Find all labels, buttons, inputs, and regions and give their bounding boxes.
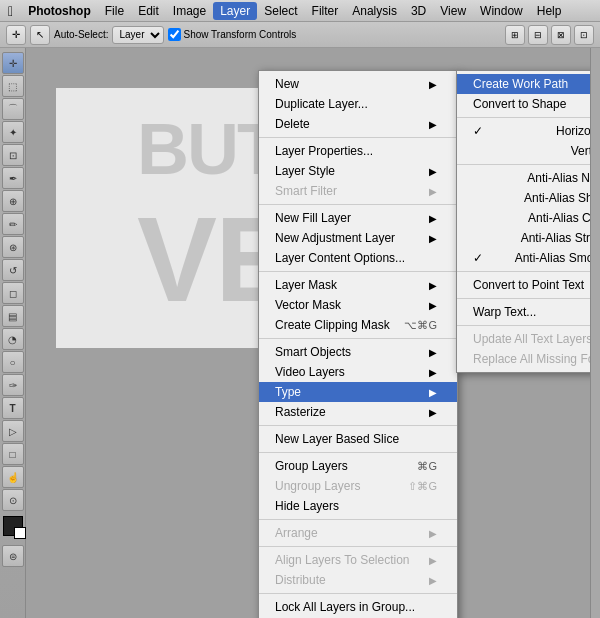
submenu-vertical[interactable]: ✓ Vertical bbox=[457, 141, 590, 161]
menu-separator bbox=[457, 325, 590, 326]
menu-item-layer-content[interactable]: Layer Content Options... bbox=[259, 248, 457, 268]
menubar-window[interactable]: Window bbox=[473, 2, 530, 20]
align-btn-1[interactable]: ⊞ bbox=[505, 25, 525, 45]
arrow-tool-btn[interactable]: ↖ bbox=[30, 25, 50, 45]
align-btn-3[interactable]: ⊠ bbox=[551, 25, 571, 45]
menu-item-hide-layers[interactable]: Hide Layers bbox=[259, 496, 457, 516]
menubar-layer[interactable]: Layer bbox=[213, 2, 257, 20]
show-transform-checkbox[interactable] bbox=[168, 28, 181, 41]
menu-item-new-fill[interactable]: New Fill Layer ▶ bbox=[259, 208, 457, 228]
tool-history[interactable]: ↺ bbox=[2, 259, 24, 281]
submenu-arrow-icon: ▶ bbox=[429, 300, 437, 311]
menu-item-group-layers[interactable]: Group Layers ⌘G bbox=[259, 456, 457, 476]
submenu-arrow-icon: ▶ bbox=[429, 213, 437, 224]
menu-separator bbox=[457, 164, 590, 165]
submenu-warp-text[interactable]: Warp Text... bbox=[457, 302, 590, 322]
menubar-analysis[interactable]: Analysis bbox=[345, 2, 404, 20]
tool-shape[interactable]: □ bbox=[2, 443, 24, 465]
menu-item-layer-style[interactable]: Layer Style ▶ bbox=[259, 161, 457, 181]
canvas-area: BUT I VE New ▶ Duplicate Layer... Delete… bbox=[26, 48, 590, 618]
check-icon: ✓ bbox=[473, 124, 483, 138]
tool-clone[interactable]: ⊛ bbox=[2, 236, 24, 258]
menu-item-rasterize[interactable]: Rasterize ▶ bbox=[259, 402, 457, 422]
menu-separator bbox=[259, 271, 457, 272]
submenu-arrow-icon: ▶ bbox=[429, 233, 437, 244]
submenu-arrow-icon: ▶ bbox=[429, 555, 437, 566]
menu-item-new-adjust[interactable]: New Adjustment Layer ▶ bbox=[259, 228, 457, 248]
submenu-arrow-icon: ▶ bbox=[429, 166, 437, 177]
menu-item-delete[interactable]: Delete ▶ bbox=[259, 114, 457, 134]
menubar:  Photoshop File Edit Image Layer Select… bbox=[0, 0, 600, 22]
menu-item-smart-objects[interactable]: Smart Objects ▶ bbox=[259, 342, 457, 362]
menu-separator bbox=[259, 425, 457, 426]
menu-separator bbox=[259, 546, 457, 547]
submenu-convert-point-text[interactable]: Convert to Point Text bbox=[457, 275, 590, 295]
menu-item-layer-mask[interactable]: Layer Mask ▶ bbox=[259, 275, 457, 295]
tool-crop[interactable]: ⊡ bbox=[2, 144, 24, 166]
tool-pen[interactable]: ✑ bbox=[2, 374, 24, 396]
menu-separator bbox=[259, 452, 457, 453]
menubar-file[interactable]: File bbox=[98, 2, 131, 20]
foreground-color[interactable] bbox=[3, 516, 23, 536]
align-btn-2[interactable]: ⊟ bbox=[528, 25, 548, 45]
tool-blur[interactable]: ◔ bbox=[2, 328, 24, 350]
submenu-antialias-crisp[interactable]: ✓ Anti-Alias Crisp bbox=[457, 208, 590, 228]
menu-item-duplicate[interactable]: Duplicate Layer... bbox=[259, 94, 457, 114]
toolbar: ✛ ↖ Auto-Select: Layer Show Transform Co… bbox=[0, 22, 600, 48]
tool-zoom[interactable]: ⊙ bbox=[2, 489, 24, 511]
tool-eraser[interactable]: ◻ bbox=[2, 282, 24, 304]
align-btn-4[interactable]: ⊡ bbox=[574, 25, 594, 45]
menubar-photoshop[interactable]: Photoshop bbox=[21, 2, 98, 20]
tool-text[interactable]: T bbox=[2, 397, 24, 419]
submenu-arrow-icon: ▶ bbox=[429, 119, 437, 130]
tool-hand[interactable]: ☝ bbox=[2, 466, 24, 488]
tool-brush[interactable]: ✏ bbox=[2, 213, 24, 235]
tool-eyedropper[interactable]: ✒ bbox=[2, 167, 24, 189]
submenu-arrow-icon: ▶ bbox=[429, 280, 437, 291]
menu-item-new[interactable]: New ▶ bbox=[259, 74, 457, 94]
menu-item-clipping-mask[interactable]: Create Clipping Mask ⌥⌘G bbox=[259, 315, 457, 335]
menu-separator bbox=[259, 137, 457, 138]
tool-healing[interactable]: ⊕ bbox=[2, 190, 24, 212]
submenu-create-work-path[interactable]: Create Work Path bbox=[457, 74, 590, 94]
submenu-replace-missing-fonts: Replace All Missing Fonts bbox=[457, 349, 590, 369]
submenu-arrow-icon: ▶ bbox=[429, 407, 437, 418]
tool-marquee[interactable]: ⬚ bbox=[2, 75, 24, 97]
menu-item-vector-mask[interactable]: Vector Mask ▶ bbox=[259, 295, 457, 315]
tool-quick-select[interactable]: ✦ bbox=[2, 121, 24, 143]
submenu-arrow-icon: ▶ bbox=[429, 186, 437, 197]
menu-item-type[interactable]: Type ▶ bbox=[259, 382, 457, 402]
tool-path-select[interactable]: ▷ bbox=[2, 420, 24, 442]
menubar-help[interactable]: Help bbox=[530, 2, 569, 20]
menubar-select[interactable]: Select bbox=[257, 2, 304, 20]
auto-select-dropdown[interactable]: Layer bbox=[112, 26, 164, 44]
tool-lasso[interactable]: ⌒ bbox=[2, 98, 24, 120]
menu-item-lock-all[interactable]: Lock All Layers in Group... bbox=[259, 597, 457, 617]
menubar-filter[interactable]: Filter bbox=[305, 2, 346, 20]
menubar-edit[interactable]: Edit bbox=[131, 2, 166, 20]
check-icon: ✓ bbox=[473, 251, 483, 265]
submenu-antialias-smooth[interactable]: ✓ Anti-Alias Smooth bbox=[457, 248, 590, 268]
menubar-view[interactable]: View bbox=[433, 2, 473, 20]
menu-item-layer-props[interactable]: Layer Properties... bbox=[259, 141, 457, 161]
menu-item-new-layer-slice[interactable]: New Layer Based Slice bbox=[259, 429, 457, 449]
quickmask-btn[interactable]: ⊜ bbox=[2, 545, 24, 567]
menu-item-video-layers[interactable]: Video Layers ▶ bbox=[259, 362, 457, 382]
submenu-arrow-icon: ▶ bbox=[429, 79, 437, 90]
submenu-antialias-none[interactable]: ✓ Anti-Alias None bbox=[457, 168, 590, 188]
tool-move[interactable]: ✛ bbox=[2, 52, 24, 74]
menu-separator bbox=[259, 519, 457, 520]
menu-item-align-layers: Align Layers To Selection ▶ bbox=[259, 550, 457, 570]
apple-logo-icon[interactable]:  bbox=[8, 3, 13, 19]
menu-item-ungroup-layers: Ungroup Layers ⇧⌘G bbox=[259, 476, 457, 496]
submenu-antialias-strong[interactable]: ✓ Anti-Alias Strong bbox=[457, 228, 590, 248]
tool-dodge[interactable]: ○ bbox=[2, 351, 24, 373]
submenu-horizontal[interactable]: ✓ Horizontal bbox=[457, 121, 590, 141]
tool-gradient[interactable]: ▤ bbox=[2, 305, 24, 327]
menubar-image[interactable]: Image bbox=[166, 2, 213, 20]
submenu-convert-shape[interactable]: Convert to Shape bbox=[457, 94, 590, 114]
menubar-3d[interactable]: 3D bbox=[404, 2, 433, 20]
move-tool-btn[interactable]: ✛ bbox=[6, 25, 26, 45]
submenu-antialias-sharp[interactable]: ✓ Anti-Alias Sharp bbox=[457, 188, 590, 208]
menu-separator bbox=[259, 593, 457, 594]
